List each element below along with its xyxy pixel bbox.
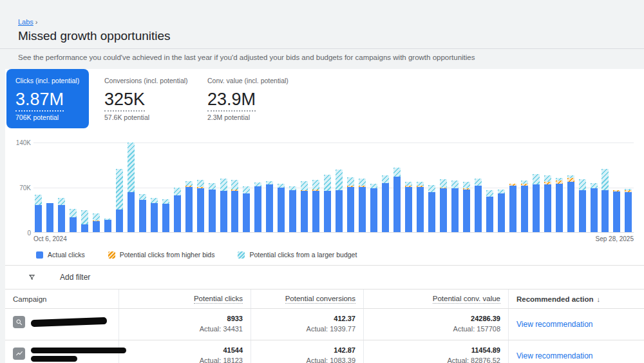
bar-segment-actual: [197, 188, 204, 232]
column-header-potential-conversions[interactable]: Potential conversions: [251, 289, 364, 308]
chart-bar[interactable]: [370, 142, 377, 232]
chart-bar[interactable]: [417, 142, 424, 232]
chart-bar[interactable]: [151, 142, 158, 232]
chart-bar[interactable]: [139, 142, 146, 232]
redacted-campaign-name[interactable]: [31, 348, 126, 353]
chart-bar[interactable]: [35, 142, 42, 232]
chart-bar[interactable]: [46, 142, 53, 232]
bar-segment-actual: [35, 205, 42, 232]
bar-segment-actual: [162, 204, 169, 232]
bar-segment-actual: [601, 190, 609, 232]
bar-segment-budget: [151, 198, 158, 203]
chart-bar[interactable]: [209, 142, 216, 232]
chart-bar[interactable]: [93, 142, 100, 232]
chart-bar[interactable]: [509, 142, 516, 232]
chart-bar[interactable]: [116, 142, 123, 232]
bar-segment-budget: [220, 179, 227, 191]
filter-funnel-icon[interactable]: [27, 273, 37, 282]
chart-bar[interactable]: [185, 142, 193, 232]
metric-card-conv-value[interactable]: Conv. value (incl. potential) 23.9M 2.3M…: [198, 69, 295, 128]
metric-card-conversions[interactable]: Conversions (incl. potential) 325K 57.6K…: [95, 69, 192, 128]
chart-bar[interactable]: [278, 142, 285, 232]
chart-bar[interactable]: [601, 142, 609, 232]
search-campaign-icon: [13, 316, 25, 328]
chart-bar[interactable]: [579, 142, 586, 232]
bar-segment-budget: [544, 175, 551, 182]
potential-conversions-cell: 412.37 Actual: 1939.77: [251, 309, 364, 340]
chart-bar[interactable]: [289, 142, 296, 232]
chart-bar[interactable]: [70, 142, 77, 232]
chart-bar[interactable]: [567, 142, 574, 232]
chart-bar[interactable]: [58, 142, 65, 232]
chart-bar[interactable]: [197, 142, 204, 232]
chart-bar[interactable]: [347, 142, 354, 232]
chart-bar[interactable]: [463, 142, 470, 232]
chart-bar[interactable]: [336, 142, 343, 232]
metric-label: Conversions (incl. potential): [104, 77, 184, 84]
chart-bar[interactable]: [104, 142, 111, 232]
metric-potential: 706K potential: [15, 113, 81, 121]
chart-bar[interactable]: [393, 142, 401, 232]
chart-bar[interactable]: [266, 142, 273, 232]
chart-bar[interactable]: [591, 142, 598, 232]
view-recommendation-link[interactable]: View recommendation: [516, 351, 593, 360]
legend-item-higher-bids[interactable]: Potential clicks from higher bids: [108, 251, 215, 259]
bar-segment-actual: [116, 210, 123, 232]
column-header-potential-clicks[interactable]: Potential clicks: [119, 289, 251, 308]
chart-bar[interactable]: [162, 142, 169, 232]
chart-bar[interactable]: [625, 142, 632, 232]
bar-segment-budget: [209, 183, 216, 190]
bar-segment-budget: [579, 179, 586, 190]
bar-segment-budget: [231, 180, 238, 190]
chart-bar[interactable]: [556, 142, 563, 232]
bar-segment-actual: [46, 203, 53, 232]
view-recommendation-link[interactable]: View recommendation: [516, 320, 593, 329]
chart-bar[interactable]: [451, 142, 459, 232]
legend-item-actual-clicks[interactable]: Actual clicks: [36, 251, 85, 259]
redacted-campaign-name[interactable]: [31, 356, 77, 362]
chart-bar[interactable]: [324, 142, 331, 232]
bar-segment-actual: [509, 186, 516, 232]
chart-bar[interactable]: [521, 142, 528, 232]
redacted-campaign-name[interactable]: [31, 317, 107, 327]
bar-segment-actual: [498, 193, 505, 232]
add-filter-button[interactable]: Add filter: [60, 273, 90, 282]
chart-bar[interactable]: [440, 142, 447, 232]
bar-segment-actual: [613, 191, 620, 232]
chart-bar[interactable]: [359, 142, 366, 232]
chart-legend: Actual clicks Potential clicks from high…: [5, 248, 644, 265]
metric-card-clicks[interactable]: Clicks (incl. potential) 3.87M 706K pote…: [6, 69, 89, 128]
chart-bar[interactable]: [486, 142, 493, 232]
chart-bar[interactable]: [231, 142, 238, 232]
legend-item-larger-budget[interactable]: Potential clicks from a larger budget: [238, 251, 357, 259]
bar-segment-actual: [81, 224, 88, 232]
chart-bar[interactable]: [81, 142, 88, 232]
bar-segment-budget: [301, 181, 308, 190]
chart-bar[interactable]: [613, 142, 620, 232]
chart-bar[interactable]: [243, 142, 250, 232]
chart-bar[interactable]: [382, 142, 389, 232]
chart-bar[interactable]: [544, 142, 551, 232]
breadcrumb-labs-link[interactable]: Labs: [18, 18, 33, 26]
chart-bar[interactable]: [533, 142, 540, 232]
bar-segment-budget: [174, 188, 181, 195]
chart-bar[interactable]: [312, 142, 319, 232]
bar-segment-actual: [185, 187, 193, 232]
bar-segment-budget: [128, 142, 135, 192]
column-header-recommended-action[interactable]: Recommended action ↓: [509, 289, 644, 308]
column-header-potential-conv-value[interactable]: Potential conv. value: [364, 289, 509, 308]
chart-bar[interactable]: [128, 142, 135, 232]
chart-bar[interactable]: [405, 142, 412, 232]
column-header-campaign[interactable]: Campaign: [5, 289, 119, 308]
sort-descending-icon: ↓: [597, 295, 601, 303]
chart-bar[interactable]: [498, 142, 505, 232]
chart-bar[interactable]: [174, 142, 181, 232]
bar-segment-budget: [197, 180, 204, 187]
chart-bar[interactable]: [220, 142, 227, 232]
chart-bar[interactable]: [254, 142, 261, 232]
bar-segment-actual: [393, 177, 401, 232]
bar-segment-actual: [104, 220, 111, 232]
chart-bar[interactable]: [301, 142, 308, 232]
chart-bar[interactable]: [475, 142, 482, 232]
chart-bar[interactable]: [428, 142, 435, 232]
